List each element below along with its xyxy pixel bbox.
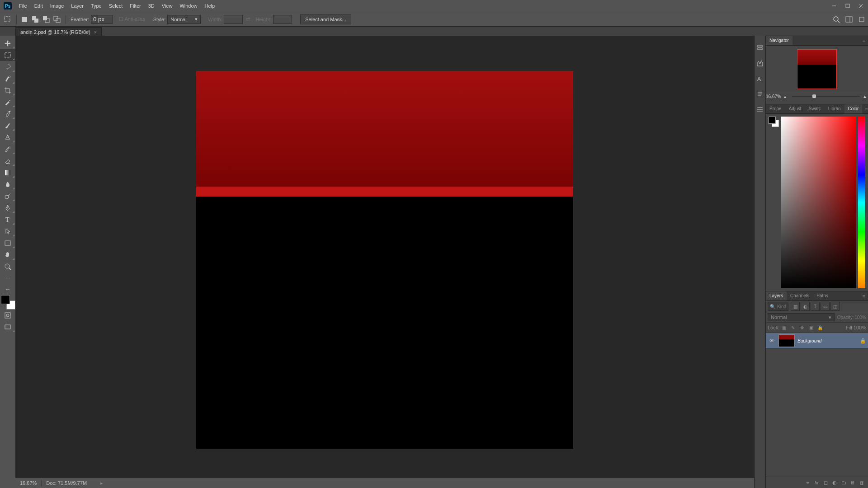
histogram-panel-icon[interactable] — [755, 56, 765, 71]
intersect-selection-icon[interactable] — [52, 14, 62, 24]
menu-image[interactable]: Image — [47, 0, 68, 12]
healing-brush-tool[interactable] — [0, 108, 15, 120]
layer-locked-icon[interactable]: 🔒 — [860, 338, 866, 344]
canvas-workspace[interactable] — [15, 36, 755, 478]
add-selection-icon[interactable] — [30, 14, 40, 24]
layer-row-background[interactable]: 👁 Background 🔒 — [766, 333, 868, 349]
layer-mask-icon[interactable]: ◻ — [821, 480, 830, 486]
group-layers-icon[interactable]: 🗀 — [839, 480, 848, 485]
lock-artboard-icon[interactable]: ▣ — [807, 324, 815, 331]
eraser-tool[interactable] — [0, 155, 15, 167]
color-menu-icon[interactable]: ≡ — [862, 106, 868, 112]
document-tab[interactable]: andin 2.psd @ 16.7% (RGB/8#) × — [15, 27, 102, 37]
filter-shape-icon[interactable]: ▭ — [821, 302, 830, 311]
move-tool[interactable] — [0, 38, 15, 49]
new-layer-icon[interactable]: 🗎 — [848, 480, 857, 485]
delete-layer-icon[interactable]: 🗑 — [857, 480, 866, 485]
layers-kind-filter[interactable]: 🔍Kind — [768, 302, 788, 311]
history-panel-icon[interactable] — [755, 40, 765, 56]
saturation-brightness-picker[interactable] — [781, 117, 856, 288]
blend-mode-select[interactable]: Normal▾ — [768, 313, 835, 321]
layer-name[interactable]: Background — [797, 338, 821, 343]
rectangular-marquee-tool[interactable] — [0, 49, 15, 61]
pen-tool[interactable] — [0, 202, 15, 214]
gradient-tool[interactable] — [0, 167, 15, 178]
clone-stamp-tool[interactable] — [0, 131, 15, 143]
tab-libraries[interactable]: Librari — [825, 104, 844, 113]
tab-paths[interactable]: Paths — [813, 291, 832, 300]
swap-colors-icon[interactable]: ⤺ — [0, 286, 15, 292]
navigator-zoom-value[interactable]: 16.67% — [766, 94, 784, 99]
filter-type-icon[interactable]: T — [811, 302, 820, 311]
search-icon[interactable] — [830, 13, 843, 26]
tab-channels[interactable]: Channels — [787, 291, 813, 300]
menu-edit[interactable]: Edit — [31, 0, 47, 12]
share-icon[interactable] — [855, 13, 868, 26]
lock-all-icon[interactable]: 🔒 — [816, 324, 824, 331]
screenmode-icon[interactable] — [0, 321, 15, 333]
character-panel-icon[interactable]: A — [755, 71, 765, 86]
status-zoom[interactable]: 16.67% — [15, 480, 41, 486]
menu-layer[interactable]: Layer — [67, 0, 87, 12]
menu-filter[interactable]: Filter — [126, 0, 144, 12]
document-canvas[interactable] — [196, 71, 573, 449]
type-tool[interactable]: T — [0, 214, 15, 225]
status-docsize[interactable]: Doc: 71.5M/9.77M — [42, 480, 91, 486]
actions-panel-icon[interactable] — [755, 102, 765, 117]
opacity-value[interactable]: 100% — [854, 315, 866, 320]
subtract-selection-icon[interactable] — [41, 14, 51, 24]
color-mini-swatches[interactable] — [769, 117, 776, 124]
menu-type[interactable]: Type — [87, 0, 105, 12]
maximize-button[interactable] — [841, 0, 854, 12]
filter-adjust-icon[interactable]: ◐ — [801, 302, 810, 311]
tab-swatches[interactable]: Swatc — [805, 104, 824, 113]
lock-position-icon[interactable]: ✥ — [798, 324, 806, 331]
filter-pixel-icon[interactable]: ▧ — [791, 302, 800, 311]
layer-visibility-icon[interactable]: 👁 — [768, 338, 776, 343]
close-tab-icon[interactable]: × — [94, 29, 97, 35]
select-and-mask-button[interactable]: Select and Mask... — [300, 14, 351, 24]
more-tools-icon[interactable]: ⋯ — [0, 272, 15, 284]
tool-preset-icon[interactable] — [3, 14, 13, 24]
lasso-tool[interactable] — [0, 61, 15, 73]
zoom-out-icon[interactable]: ▴ — [784, 94, 789, 99]
tab-adjustments[interactable]: Adjust — [785, 104, 805, 113]
tab-navigator[interactable]: Navigator — [766, 36, 793, 45]
tab-properties[interactable]: Prope — [766, 104, 785, 113]
layers-menu-icon[interactable]: ≡ — [860, 293, 868, 299]
tab-color[interactable]: Color — [844, 104, 863, 113]
hue-slider[interactable] — [858, 117, 865, 288]
menu-select[interactable]: Select — [105, 0, 127, 12]
tab-layers[interactable]: Layers — [766, 291, 787, 300]
blur-tool[interactable] — [0, 178, 15, 190]
eyedropper-tool[interactable] — [0, 96, 15, 108]
new-selection-icon[interactable] — [19, 14, 29, 24]
history-brush-tool[interactable] — [0, 143, 15, 155]
style-select[interactable]: Normal▾ — [167, 15, 201, 24]
filter-smart-icon[interactable]: ◫ — [830, 302, 840, 311]
color-swatches[interactable] — [1, 295, 15, 310]
fill-value[interactable]: 100% — [854, 325, 866, 330]
menu-help[interactable]: Help — [201, 0, 219, 12]
menu-window[interactable]: Window — [176, 0, 201, 12]
zoom-tool[interactable] — [0, 261, 15, 272]
adjustment-layer-icon[interactable]: ◐ — [830, 480, 839, 486]
quick-selection-tool[interactable] — [0, 73, 15, 84]
rectangle-tool[interactable] — [0, 237, 15, 249]
close-button[interactable] — [854, 0, 868, 12]
zoom-in-icon[interactable]: ▲ — [863, 94, 868, 99]
path-selection-tool[interactable] — [0, 225, 15, 237]
crop-tool[interactable] — [0, 84, 15, 96]
foreground-color[interactable] — [1, 295, 10, 304]
workspace-switcher-icon[interactable] — [843, 13, 855, 26]
hand-tool[interactable] — [0, 249, 15, 261]
layer-fx-icon[interactable]: fx — [812, 480, 821, 485]
navigator-thumbnail[interactable] — [797, 49, 837, 89]
zoom-slider[interactable] — [792, 96, 860, 97]
menu-view[interactable]: View — [158, 0, 176, 12]
minimize-button[interactable] — [827, 0, 841, 12]
lock-pixels-icon[interactable]: ✎ — [789, 324, 797, 331]
menu-file[interactable]: File — [15, 0, 31, 12]
link-layers-icon[interactable]: ⚭ — [803, 480, 812, 486]
lock-transparency-icon[interactable]: ▦ — [780, 324, 788, 331]
